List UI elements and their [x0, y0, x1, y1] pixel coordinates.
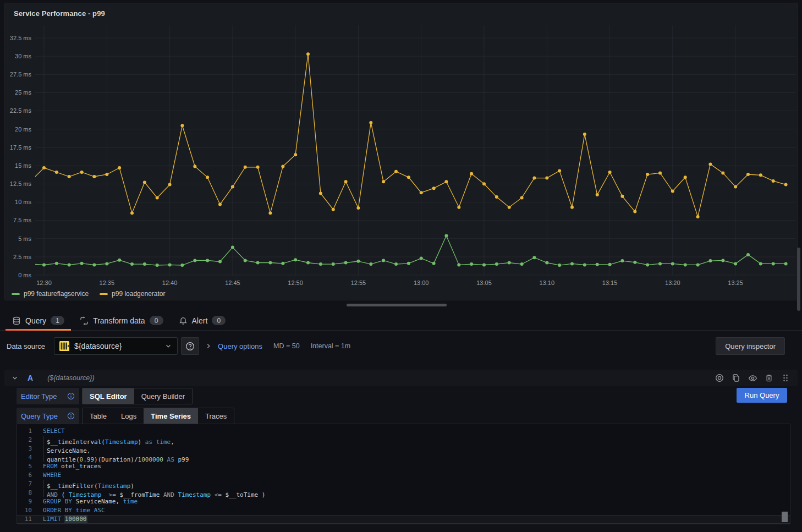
svg-text:15 ms: 15 ms — [15, 162, 31, 169]
query-options-label: Query options — [218, 342, 262, 350]
run-query-button[interactable]: Run Query — [737, 388, 787, 403]
query-type-field-label: Query Type — [17, 408, 79, 424]
query-options-interval: Interval = 1m — [311, 342, 351, 350]
query-ref-id[interactable]: A — [28, 374, 33, 382]
svg-text:13:15: 13:15 — [602, 279, 618, 286]
line-number: 11 — [17, 515, 32, 524]
chevron-down-icon — [164, 342, 172, 350]
tab-label: Transform data — [93, 316, 145, 325]
editor-type-row: Editor Type SQL Editor Query Builder — [17, 388, 193, 404]
tab-alert[interactable]: Alert 0 — [171, 311, 234, 330]
svg-text:2.5 ms: 2.5 ms — [13, 254, 32, 260]
svg-text:13:10: 13:10 — [540, 279, 555, 286]
svg-text:17.5 ms: 17.5 ms — [10, 144, 32, 151]
timeseries-panel: Service Performance - p99 0 ms2.5 ms5 ms… — [4, 3, 798, 300]
help-circle-icon — [185, 342, 195, 351]
panel-header[interactable]: Service Performance - p99 — [5, 3, 797, 20]
query-inspector-button[interactable]: Query inspector — [716, 337, 785, 355]
database-icon — [12, 316, 21, 325]
query-type-option-time-series[interactable]: Time Series — [144, 408, 198, 424]
line-number: 5 — [17, 462, 32, 471]
code-line: 8AND ( Timestamp >= $__fromTime AND Time… — [17, 489, 790, 497]
tab-label: Alert — [192, 316, 208, 325]
legend-item-loadgenerator[interactable]: p99 loadgenerator — [100, 290, 165, 298]
horizontal-scrollbar-thumb[interactable] — [347, 304, 447, 306]
svg-text:12:50: 12:50 — [288, 279, 303, 286]
datasource-toolbar: Data source ${datasource} Query options — [0, 337, 802, 355]
series-marker-icon — [12, 293, 20, 295]
legend-label: p99 loadgenerator — [112, 290, 165, 298]
clickhouse-logo-icon — [59, 341, 69, 351]
code-line: 7$__timeFilter(Timestamp) — [17, 480, 790, 489]
copy-icon[interactable] — [730, 372, 741, 383]
code-line: 4quantile(0.99)(Duration)/1000000 AS p99 — [17, 453, 790, 462]
svg-text:5 ms: 5 ms — [18, 235, 31, 242]
svg-text:12:55: 12:55 — [351, 279, 366, 286]
info-circle-icon[interactable] — [67, 392, 75, 400]
tab-query[interactable]: Query 1 — [4, 311, 72, 330]
line-number: 1 — [17, 427, 32, 436]
svg-text:12:40: 12:40 — [162, 279, 178, 286]
svg-text:22.5 ms: 22.5 ms — [10, 107, 32, 114]
svg-text:13:00: 13:00 — [414, 279, 429, 286]
editor-scrollbar-thumb[interactable] — [782, 512, 788, 522]
svg-text:12.5 ms: 12.5 ms — [10, 180, 32, 187]
tab-transform-data[interactable]: Transform data 0 — [72, 311, 171, 330]
line-number: 3 — [17, 445, 32, 453]
query-type-label: Query Type — [21, 412, 58, 420]
svg-text:12:30: 12:30 — [36, 279, 52, 286]
trash-icon[interactable] — [763, 372, 774, 383]
angle-right-icon — [205, 342, 212, 350]
line-number: 10 — [17, 506, 32, 515]
tab-count-badge: 0 — [212, 316, 226, 325]
svg-text:13:20: 13:20 — [665, 279, 680, 286]
query-type-option-traces[interactable]: Traces — [198, 408, 234, 424]
svg-text:27.5 ms: 27.5 ms — [10, 71, 32, 78]
transform-icon — [80, 316, 89, 325]
line-number: 6 — [17, 471, 32, 480]
svg-text:12:35: 12:35 — [100, 279, 115, 286]
timeseries-chart[interactable]: 0 ms2.5 ms5 ms7.5 ms10 ms12.5 ms15 ms17.… — [5, 20, 798, 289]
editor-type-option-query-builder[interactable]: Query Builder — [134, 388, 192, 404]
svg-text:7.5 ms: 7.5 ms — [13, 217, 32, 223]
query-options-toggle[interactable]: Query options MD = 50 Interval = 1m — [205, 337, 350, 355]
drag-handle-icon[interactable] — [780, 372, 791, 383]
tab-count-badge: 1 — [51, 316, 64, 325]
code-line: 2$__timeInterval(Timestamp) as time, — [17, 436, 790, 445]
code-line: 6WHERE — [17, 471, 790, 480]
page-scrollbar-thumb[interactable] — [797, 248, 800, 311]
line-number: 9 — [17, 497, 32, 506]
series-marker-icon — [100, 293, 108, 295]
chevron-down-icon[interactable] — [11, 374, 19, 382]
editor-type-field-label: Editor Type — [17, 388, 79, 404]
line-number: 4 — [17, 453, 32, 462]
editor-type-label: Editor Type — [21, 392, 57, 401]
sql-editor[interactable]: 1SELECT2$__timeInterval(Timestamp) as ti… — [17, 424, 790, 524]
code-line: 11LIMIT 100000 — [17, 515, 790, 524]
svg-text:32.5 ms: 32.5 ms — [10, 35, 32, 41]
record-circle-icon[interactable] — [714, 372, 725, 383]
editor-tabs: Query 1 Transform data 0 Alert 0 — [0, 311, 802, 331]
query-type-option-logs[interactable]: Logs — [114, 408, 144, 424]
sql-code: 1SELECT2$__timeInterval(Timestamp) as ti… — [17, 427, 790, 524]
datasource-select[interactable]: ${datasource} — [54, 337, 178, 355]
eye-icon[interactable] — [747, 372, 758, 383]
query-type-segmented-control: Table Logs Time Series Traces — [82, 408, 234, 424]
code-line: 5FROM otel_traces — [17, 462, 790, 471]
legend-item-featureflagservice[interactable]: p99 featureflagservice — [12, 290, 89, 298]
code-line: 9GROUP BY ServiceName, time — [17, 497, 790, 506]
editor-type-option-sql-editor[interactable]: SQL Editor — [83, 388, 134, 404]
info-circle-icon[interactable] — [67, 412, 75, 420]
line-number: 7 — [17, 480, 32, 489]
code-line: 10ORDER BY time ASC — [17, 506, 790, 515]
query-type-row: Query Type Table Logs Time Series Traces — [17, 408, 234, 424]
help-button[interactable] — [181, 337, 199, 355]
query-row-actions — [714, 372, 791, 383]
editor-type-segmented-control: SQL Editor Query Builder — [82, 388, 193, 404]
query-type-option-table[interactable]: Table — [83, 408, 114, 424]
svg-text:25 ms: 25 ms — [15, 89, 31, 96]
bell-icon — [179, 316, 188, 325]
panel-title: Service Performance - p99 — [14, 9, 105, 18]
query-row-header[interactable]: A (${datasource}) — [4, 370, 798, 386]
query-options-md: MD = 50 — [273, 342, 300, 350]
